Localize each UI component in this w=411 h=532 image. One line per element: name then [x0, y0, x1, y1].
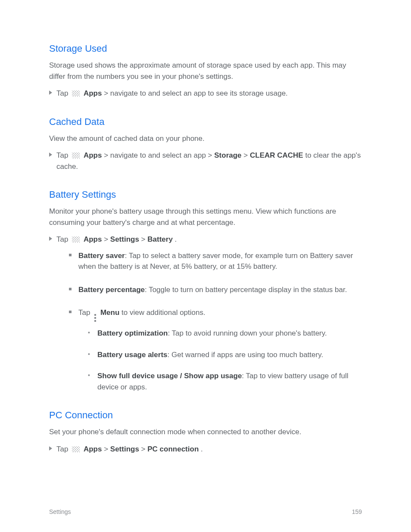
bullet-list: Battery saver: Tap to select a battery s…	[69, 250, 362, 393]
text-bold: CLEAR CACHE	[250, 151, 303, 159]
text-bold: Battery optimization	[97, 329, 168, 337]
list-item: Show full device usage / Show app usage:…	[88, 370, 362, 392]
text: Tap	[56, 89, 68, 97]
text: : Toggle to turn on battery percentage d…	[145, 286, 347, 294]
list-item: Battery percentage: Toggle to turn on ba…	[69, 284, 362, 296]
text-bold: Apps	[84, 235, 102, 243]
text: > navigate to and select an app to see i…	[104, 89, 288, 97]
footer-page-number: 159	[352, 507, 362, 516]
text: Tap	[56, 235, 68, 243]
list-item: Battery usage alerts: Get warned if apps…	[88, 349, 362, 361]
text: >	[141, 445, 146, 453]
step-line: Tap Apps > Settings > Battery .	[49, 234, 362, 245]
section-battery-settings: Battery Settings Monitor your phone's ba…	[49, 187, 362, 392]
list-item: Battery optimization: Tap to avoid runni…	[88, 328, 362, 339]
text: to view additional options.	[119, 308, 205, 317]
text-bold: Settings	[110, 235, 139, 243]
text: : Get warned if apps are using too much …	[168, 351, 324, 359]
text: Tap	[56, 445, 68, 453]
text-bold: Settings	[110, 445, 139, 453]
text-bold: Show full device usage / Show app usage	[97, 372, 242, 380]
apps-grid-icon	[72, 236, 80, 243]
step-text: Tap Apps > navigate to and select an app…	[56, 150, 362, 172]
more-vert-icon	[94, 314, 96, 322]
heading-storage-used: Storage Used	[49, 41, 362, 56]
text: .	[175, 235, 177, 243]
text: Tap	[56, 151, 68, 159]
chevron-right-icon	[49, 152, 52, 157]
step-line: Tap Apps > navigate to and select an app…	[49, 88, 362, 99]
text-bold: Apps	[84, 89, 102, 97]
text-bold: Apps	[84, 151, 102, 159]
sub-bullet-list: Battery optimization: Tap to avoid runni…	[88, 328, 362, 392]
apps-grid-icon	[72, 152, 80, 159]
apps-grid-icon	[72, 446, 80, 452]
chevron-right-icon	[49, 446, 52, 451]
step-text: Tap Apps > Settings > PC connection .	[56, 444, 362, 455]
page-footer: Settings 159	[49, 507, 362, 516]
heading-battery-settings: Battery Settings	[49, 187, 362, 202]
text-bold: Battery usage alerts	[97, 351, 168, 359]
heading-cached-data: Cached Data	[49, 115, 362, 129]
step-line: Tap Apps > Settings > PC connection .	[49, 444, 362, 455]
text-bold: Apps	[84, 445, 102, 453]
text: >	[104, 235, 108, 243]
text-bold: Battery percentage	[78, 286, 145, 294]
text: >	[141, 235, 146, 243]
footer-section-label: Settings	[49, 507, 71, 516]
text: : Tap to avoid running down your phone's…	[168, 329, 327, 337]
section-storage-used: Storage Used Storage used shows the appr…	[49, 41, 362, 99]
paragraph: Set your phone's default connection mode…	[49, 426, 362, 438]
text: > navigate to and select an app >	[104, 151, 212, 159]
chevron-right-icon	[49, 90, 52, 95]
step-line: Tap Apps > navigate to and select an app…	[49, 150, 362, 172]
text-bold: Battery	[147, 235, 173, 243]
apps-grid-icon	[72, 90, 80, 96]
paragraph: Storage used shows the approximate amoun…	[49, 60, 362, 82]
paragraph: View the amount of cached data on your p…	[49, 133, 362, 144]
step-text: Tap Apps > navigate to and select an app…	[56, 88, 362, 99]
list-item: Battery saver: Tap to select a battery s…	[69, 250, 362, 272]
heading-pc-connection: PC Connection	[49, 408, 362, 422]
text-bold: Battery saver	[78, 252, 125, 260]
paragraph: Monitor your phone's battery usage throu…	[49, 206, 362, 228]
text: Tap	[78, 308, 90, 317]
section-pc-connection: PC Connection Set your phone's default c…	[49, 408, 362, 454]
text-bold: PC connection	[147, 445, 199, 453]
step-text: Tap Apps > Settings > Battery .	[56, 234, 362, 245]
text: >	[243, 151, 248, 159]
text-bold: Menu	[100, 308, 119, 317]
section-cached-data: Cached Data View the amount of cached da…	[49, 115, 362, 172]
text: .	[201, 445, 203, 453]
text-bold: Storage	[214, 151, 241, 159]
chevron-right-icon	[49, 236, 52, 241]
list-item: Tap Menu to view additional options. Bat…	[69, 307, 362, 392]
text: >	[104, 445, 108, 453]
